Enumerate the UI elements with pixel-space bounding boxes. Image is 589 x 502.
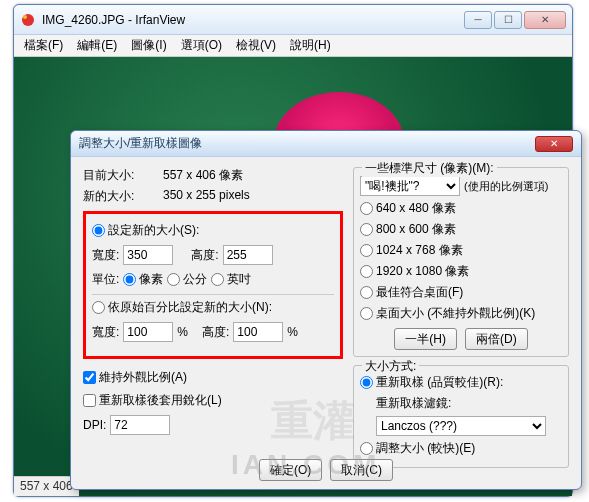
double-button[interactable]: 兩倍(D) [465,328,528,350]
menu-options[interactable]: 選項(O) [175,35,228,56]
keep-ratio-checkbox[interactable]: 維持外觀比例(A) [83,369,187,386]
unit-pixels-radio[interactable]: 像素 [123,271,163,288]
unit-inch-radio[interactable]: 英吋 [211,271,251,288]
pct-width-label: 寬度: [92,324,119,341]
dpi-label: DPI: [83,418,106,432]
method-group: 大小方式: 重新取樣 (品質較佳)(R): 重新取樣濾鏡: Lanczos (?… [353,365,569,468]
unit-label: 單位: [92,271,119,288]
new-size-label: 新的大小: [83,188,163,205]
new-size-value: 350 x 255 pixels [163,188,250,205]
sharpen-checkbox[interactable]: 重新取樣後套用銳化(L) [83,392,222,409]
std-800-radio[interactable]: 800 x 600 像素 [360,221,456,238]
width-input[interactable] [123,245,173,265]
std-1024-radio[interactable]: 1024 x 768 像素 [360,242,463,259]
standard-size-select[interactable]: "喝!襖批"? [360,176,460,196]
dialog-titlebar[interactable]: 調整大小/重新取樣圖像 ✕ [71,131,581,157]
minimize-button[interactable]: ─ [464,11,492,29]
std-640-radio[interactable]: 640 x 480 像素 [360,200,456,217]
filter-select[interactable]: Lanczos (???) [376,416,546,436]
width-label: 寬度: [92,247,119,264]
height-input[interactable] [223,245,273,265]
std-1920-radio[interactable]: 1920 x 1080 像素 [360,263,469,280]
maximize-button[interactable]: ☐ [494,11,522,29]
current-size-label: 目前大小: [83,167,163,184]
resize-dialog: 調整大小/重新取樣圖像 ✕ 目前大小:557 x 406 像素 新的大小:350… [70,130,582,490]
unit-cm-radio[interactable]: 公分 [167,271,207,288]
std-desktop-radio[interactable]: 最佳符合桌面(F) [360,284,463,301]
size-settings-box: 設定新的大小(S): 寬度: 高度: 單位: 像素 公分 英吋 依原始百分比設定… [83,211,343,359]
svg-point-1 [23,15,27,19]
pct-height-input[interactable] [233,322,283,342]
app-icon [20,12,36,28]
height-label: 高度: [191,247,218,264]
by-percent-radio[interactable]: 依原始百分比設定新的大小(N): [92,299,272,316]
resample-radio[interactable]: 重新取樣 (品質較佳)(R): [360,374,503,391]
pct-width-input[interactable] [123,322,173,342]
ok-button[interactable]: 確定(O) [259,459,322,481]
half-button[interactable]: 一半(H) [394,328,457,350]
dialog-close-button[interactable]: ✕ [535,136,573,152]
menu-view[interactable]: 檢視(V) [230,35,282,56]
close-button[interactable]: ✕ [524,11,566,29]
menu-help[interactable]: 說明(H) [284,35,337,56]
resize-radio[interactable]: 調整大小 (較快)(E) [360,440,475,457]
method-title: 大小方式: [362,358,419,375]
std-hint: (使用的比例選項) [464,179,548,194]
menu-edit[interactable]: 編輯(E) [71,35,123,56]
titlebar[interactable]: IMG_4260.JPG - IrfanView ─ ☐ ✕ [14,5,572,35]
standard-sizes-group: 一些標準尺寸 (像素)(M): "喝!襖批"? (使用的比例選項) 640 x … [353,167,569,357]
filter-label: 重新取樣濾鏡: [376,395,451,412]
set-new-size-radio[interactable]: 設定新的大小(S): [92,222,199,239]
std-desktop2-radio[interactable]: 桌面大小 (不維持外觀比例)(K) [360,305,535,322]
menu-file[interactable]: 檔案(F) [18,35,69,56]
dialog-title-text: 調整大小/重新取樣圖像 [79,135,535,152]
current-size-value: 557 x 406 像素 [163,167,243,184]
dpi-input[interactable] [110,415,170,435]
status-bar: 557 x 406 [14,476,79,496]
menu-image[interactable]: 圖像(I) [125,35,172,56]
window-title: IMG_4260.JPG - IrfanView [42,13,464,27]
menubar: 檔案(F) 編輯(E) 圖像(I) 選項(O) 檢視(V) 說明(H) [14,35,572,57]
pct-height-label: 高度: [202,324,229,341]
cancel-button[interactable]: 取消(C) [330,459,393,481]
standard-sizes-title: 一些標準尺寸 (像素)(M): [362,160,497,177]
